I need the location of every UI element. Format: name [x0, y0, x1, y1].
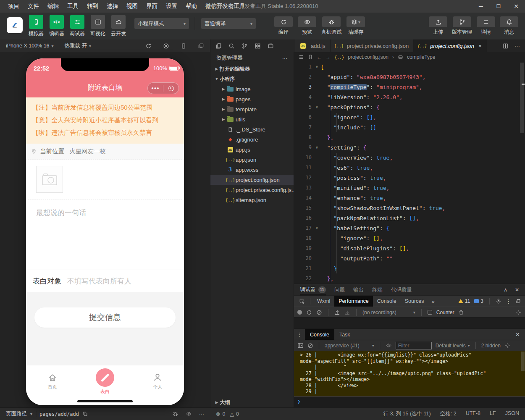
statusbar-item[interactable]: UTF-8	[466, 410, 480, 417]
tree-item-template[interactable]: ▶template	[210, 104, 294, 114]
minimize-capsule-icon[interactable]	[163, 86, 178, 91]
editor-scrollbar[interactable]	[520, 63, 524, 133]
more-options-icon[interactable]: ⋯	[199, 411, 205, 417]
fold-chevron-icon[interactable]: ∨	[313, 105, 320, 109]
action-clear-cache[interactable]: ▾清缓存	[346, 16, 365, 36]
action-real-device-debug[interactable]: 真机调试	[321, 16, 341, 36]
log-levels-select[interactable]: Default levels ▾	[436, 343, 470, 349]
menu-item[interactable]: 文件	[24, 0, 43, 13]
module-simulator[interactable]: 模拟器	[29, 15, 44, 37]
statusbar-item[interactable]: LF	[490, 410, 496, 417]
drawer-tab-task[interactable]: Task	[334, 329, 355, 340]
action-version-management[interactable]: 版本管理	[452, 16, 472, 36]
tree-item-image[interactable]: ▶image	[210, 84, 294, 94]
editor-tab-add-js[interactable]: JSadd.js	[294, 39, 331, 52]
reload-record-icon[interactable]	[306, 310, 312, 315]
fold-chevron-icon[interactable]: ∨	[313, 226, 320, 230]
devtools-tab-wxml[interactable]: Wxml	[313, 296, 334, 307]
recordings-select[interactable]: (no recordings) ▾	[362, 310, 415, 315]
console-warning-entry[interactable]: > 26 | <image wx:for="{{imglist}}" class…	[294, 351, 525, 396]
tree-item-sitemap-json[interactable]: {..}sitemap.json	[210, 195, 294, 205]
module-debugger[interactable]: 调试器	[70, 15, 85, 37]
compile-mode-select[interactable]: 普通编译 ▾	[201, 18, 256, 29]
menu-item[interactable]: 微信开发者工具	[202, 0, 249, 13]
menu-item[interactable]: 视图	[123, 0, 142, 13]
menu-item[interactable]: 帮助	[182, 0, 201, 13]
action-compile[interactable]: 编译	[274, 16, 293, 36]
drawer-tab-console[interactable]: Console	[305, 329, 334, 340]
statusbar-item[interactable]: 行 3, 列 15 (选中 11)	[383, 410, 431, 417]
load-profile-icon[interactable]	[334, 310, 340, 315]
device-select[interactable]: iPhone X 100% 16	[6, 43, 50, 49]
submit-button[interactable]: 提交信息	[34, 307, 176, 328]
tree-item-app-wxss[interactable]: 3app.wxss	[210, 165, 294, 175]
tree-item-pages[interactable]: ▶pages	[210, 94, 294, 104]
breadcrumb-symbol[interactable]: compileType	[407, 54, 435, 60]
console-scrollbar[interactable]	[521, 352, 525, 371]
record-icon[interactable]	[163, 43, 169, 49]
more-dots-icon[interactable]: ●●●	[148, 86, 163, 90]
menu-item[interactable]: 转到	[83, 0, 102, 13]
clear-icon[interactable]	[316, 310, 322, 315]
target-row[interactable]: 表白对象 不填写代表向所有人	[26, 270, 184, 292]
npm-package-icon[interactable]	[268, 43, 274, 49]
minimize-button[interactable]: ─	[472, 0, 490, 13]
action-detail[interactable]: 详情	[477, 16, 495, 36]
panel-tab-code-quality[interactable]: 代码质量	[391, 284, 412, 295]
phone-tab-home[interactable]: 首页	[26, 365, 79, 397]
fold-chevron-icon[interactable]: ∨	[313, 145, 320, 150]
page-path-value[interactable]: pages/add/add	[39, 411, 79, 417]
files-icon[interactable]	[215, 43, 222, 49]
tree-item-project-private-config[interactable]: {..}project.private.config.js...	[210, 185, 294, 195]
preview-eye-icon[interactable]	[186, 411, 192, 417]
errors-icon[interactable]: ⊗	[216, 411, 220, 417]
menu-item[interactable]: 编辑	[44, 0, 63, 13]
counter-checkbox[interactable]	[428, 310, 432, 315]
panel-tab-problems[interactable]: 问题	[334, 284, 345, 295]
save-profile-icon[interactable]	[344, 310, 350, 315]
devtools-settings-icon[interactable]	[496, 298, 501, 304]
popout-window-icon[interactable]	[198, 43, 204, 49]
copy-path-icon[interactable]	[82, 411, 88, 417]
vconsole-bug-icon[interactable]	[172, 411, 178, 417]
devtools-tab-console[interactable]: Console	[373, 296, 401, 307]
tree-item-project-config-json[interactable]: {..}project.config.json	[210, 175, 294, 185]
capsule-menu[interactable]: ●●●	[147, 82, 179, 94]
code-editor[interactable]: 1∨{2 "appid": "wxa8a0987b05074943",3 "co…	[294, 62, 525, 284]
tab-more-icon[interactable]: ⋯	[514, 43, 520, 49]
message-count[interactable]: 3	[474, 298, 483, 304]
tree-item-utils[interactable]: ▶utils	[210, 114, 294, 124]
tree-item-ds-store[interactable]: ._.DS_Store	[210, 124, 294, 134]
phone-tab-profile[interactable]: 个人	[131, 365, 184, 397]
record-button[interactable]	[297, 310, 302, 315]
location-row[interactable]: 当前位置 火星网友一枚	[26, 144, 184, 160]
panel-tab-debugger[interactable]: 调试器11	[300, 284, 326, 295]
page-path-label[interactable]: 页面路径	[6, 410, 27, 417]
bookmark-icon[interactable]	[308, 54, 313, 60]
device-frame-icon[interactable]	[181, 43, 186, 49]
module-editor[interactable]: </>编辑器	[49, 15, 64, 37]
maximize-button[interactable]: ☐	[490, 0, 507, 13]
menu-item[interactable]: 界面	[142, 0, 161, 13]
close-tab-icon[interactable]: ×	[478, 43, 482, 49]
nav-back-icon[interactable]: ←	[317, 54, 322, 60]
search-icon[interactable]	[228, 43, 235, 49]
devtools-popout-icon[interactable]	[515, 299, 521, 304]
split-editor-icon[interactable]	[502, 43, 509, 49]
panel-tab-terminal[interactable]: 终端	[372, 284, 383, 295]
menu-item[interactable]: 项目	[4, 0, 23, 13]
menu-item[interactable]: 工具	[63, 0, 82, 13]
action-upload[interactable]: 上传	[429, 16, 447, 36]
menu-item[interactable]: 选择	[103, 0, 122, 13]
mode-select[interactable]: 小程序模式 ▾	[134, 18, 189, 29]
capture-settings-icon[interactable]	[516, 310, 522, 315]
outline-list-icon[interactable]	[298, 54, 304, 60]
tree-item-app-json[interactable]: {..}app.json	[210, 155, 294, 165]
statusbar-item[interactable]: JSON	[505, 410, 519, 417]
explorer-more-icon[interactable]: ⋯	[282, 55, 288, 61]
tree-item-miniprogram[interactable]: ▼小程序	[210, 74, 294, 84]
close-button[interactable]: ✕	[507, 0, 525, 13]
action-message[interactable]: 消息	[500, 16, 518, 36]
console-prompt-icon[interactable]: ❯	[297, 399, 300, 404]
console-filter-input[interactable]	[396, 342, 432, 349]
